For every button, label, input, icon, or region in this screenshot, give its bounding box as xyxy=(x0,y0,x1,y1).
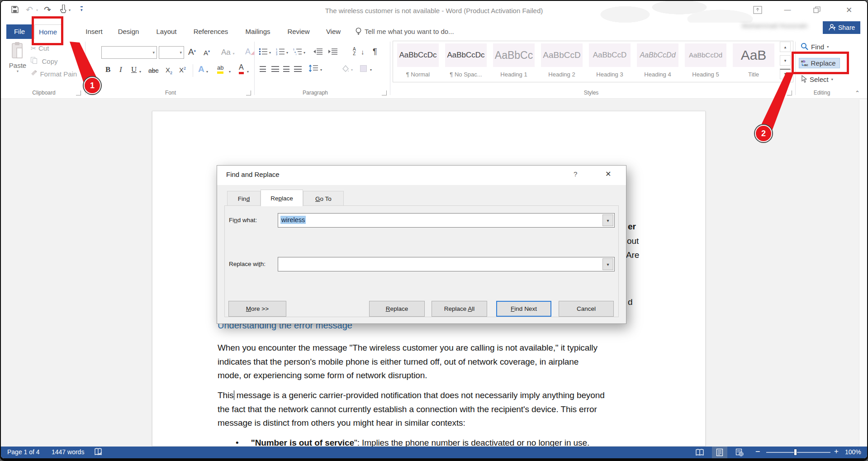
paragraph-line: When you encounter the message "The wire… xyxy=(218,341,697,355)
word-window: ↶ ▾ ↷ ▾ ▾ The wireless customer is not a… xyxy=(1,1,867,458)
find-what-dropdown-icon[interactable]: ▾ xyxy=(602,214,613,226)
paragraph-line: mode, or experiencing some form of netwo… xyxy=(218,369,697,383)
zoom-out-icon[interactable]: − xyxy=(755,447,760,456)
replace-all-button[interactable]: Replace All xyxy=(432,301,487,317)
zoom-in-icon[interactable]: + xyxy=(834,447,839,456)
dialog-replace-button[interactable]: Replace xyxy=(369,301,425,317)
find-what-input[interactable]: wireless ▾ xyxy=(278,213,615,228)
dialog-tab-goto[interactable]: Go To xyxy=(303,191,344,206)
zoom-level[interactable]: 100% xyxy=(845,448,861,456)
paragraph-2: This message is a generic carrier-provid… xyxy=(218,389,697,430)
annotation-arrows xyxy=(1,1,867,182)
status-bar: Page 1 of 4 1447 words − + 100% xyxy=(1,447,867,458)
window-frame: ↶ ▾ ↷ ▾ ▾ The wireless customer is not a… xyxy=(0,0,868,461)
find-next-button[interactable]: Find Next xyxy=(496,301,551,317)
find-replace-dialog[interactable]: Find and Replace ? ✕ Find Replace Go To … xyxy=(217,165,626,324)
cancel-button[interactable]: Cancel xyxy=(559,301,614,317)
zoom-slider-track[interactable] xyxy=(766,452,830,453)
bullet-bold-text: "Number is out of service xyxy=(251,438,354,447)
print-layout-icon[interactable] xyxy=(712,447,727,458)
paragraph-line: This message is a generic carrier-provid… xyxy=(218,389,697,403)
bullet-marker: • xyxy=(236,438,239,447)
clipped-text-fragment: er xyxy=(628,220,636,234)
paragraph-1: When you encounter the message "The wire… xyxy=(218,341,697,383)
zoom-slider-handle[interactable] xyxy=(794,449,797,456)
page-indicator[interactable]: Page 1 of 4 xyxy=(7,448,40,456)
callout-step-1: 1 xyxy=(84,77,101,94)
web-layout-icon[interactable] xyxy=(732,447,747,458)
read-mode-icon[interactable] xyxy=(692,447,707,458)
find-what-label: Find what: xyxy=(229,217,257,223)
word-count[interactable]: 1447 words xyxy=(52,448,84,456)
find-what-value: wireless xyxy=(280,216,306,224)
dialog-tab-replace[interactable]: Replace xyxy=(261,190,303,206)
replace-with-dropdown-icon[interactable]: ▾ xyxy=(602,258,613,270)
bullet-rest-text: ": Implies the phone number is deactivat… xyxy=(354,438,589,447)
callout-step-2: 2 xyxy=(755,125,772,142)
proofing-status-icon[interactable] xyxy=(94,448,103,457)
clipped-text-fragment: d xyxy=(628,295,632,309)
more-button[interactable]: More >> xyxy=(228,301,286,317)
paragraph-line: the fact that the network cannot current… xyxy=(218,403,697,417)
clipped-text-fragment: out xyxy=(627,234,639,248)
dialog-tab-find[interactable]: Find xyxy=(227,191,261,206)
paragraph-line: indicates that the person's mobile phone… xyxy=(218,355,697,369)
replace-with-input[interactable]: ▾ xyxy=(278,257,615,271)
replace-with-label: Replace with: xyxy=(229,261,266,267)
paragraph-line: message is distinct from others you migh… xyxy=(218,416,697,430)
clipped-text-fragment: Are xyxy=(626,248,639,262)
